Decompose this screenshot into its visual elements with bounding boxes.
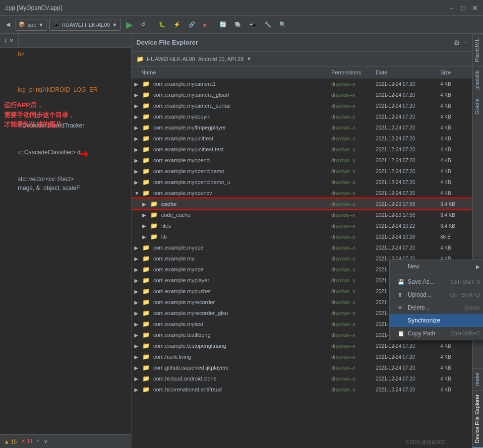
ctx-copy-path[interactable]: 📋 Copy Path Ctrl+Shift+C (390, 327, 483, 340)
expand-arrow-icon[interactable]: ▶ (134, 158, 140, 163)
table-row[interactable]: ▶📁com.example.myffmpegplayerdrwxrwx--x20… (131, 122, 472, 133)
avd-button[interactable]: 📲 (246, 18, 259, 31)
expand-arrow-icon[interactable]: ▶ (134, 311, 140, 316)
expand-arrow-icon[interactable]: ▶ (134, 136, 140, 141)
file-date-cell: 2021-12-23 17:56 (376, 212, 440, 218)
expand-arrow-icon[interactable]: ▶ (134, 300, 140, 305)
title-bar-left: .cpp [MyOpenCV.app] (4, 4, 62, 11)
table-row[interactable]: ▶📁com.example.mycamera_surfacdrwxrwx--x2… (131, 100, 472, 111)
expand-arrow-icon[interactable]: ▶ (134, 245, 140, 251)
back-button[interactable]: ◀ (3, 18, 13, 31)
expand-arrow-icon[interactable]: ▶ (134, 365, 140, 371)
expand-arrow-icon[interactable]: ▶ (142, 223, 148, 229)
gradle-button[interactable]: 🐘 (232, 18, 244, 31)
table-row[interactable]: ▶📁libdrwxrwx--x2021-12-24 10:2666 B (131, 231, 472, 242)
expand-arrow-icon[interactable]: ▶ (134, 125, 140, 130)
table-row[interactable]: ▶📁com.github.isuperred.ijkplayercdrwxrwx… (131, 362, 472, 373)
expand-arrow-icon[interactable]: ▶ (134, 321, 140, 327)
app-label: app (27, 22, 36, 28)
file-size-cell: 4 KB (440, 158, 470, 163)
expand-arrow-icon[interactable]: ▶ (134, 376, 140, 382)
file-size-cell: 4 KB (440, 343, 470, 349)
sidebar-tab-plantuml[interactable]: PlantUML (473, 34, 483, 66)
sidebar-tab-jclasslib[interactable]: jclasslib (473, 66, 483, 94)
table-row[interactable]: ▶📁cachedrwxrws--x2021-12-23 17:563.4 KB (131, 198, 472, 209)
refresh-button[interactable]: ↺ (138, 18, 148, 31)
debug-button[interactable]: 🐛 (156, 18, 169, 31)
maximize-button[interactable]: □ (459, 4, 467, 12)
expand-arrow-icon[interactable]: ▶ (134, 278, 140, 283)
table-row[interactable]: ▼📁com.example.myopencvdrwxrwx--x2021-12-… (131, 188, 472, 198)
stop-button[interactable]: ■ (200, 18, 210, 31)
expand-arrow-icon[interactable]: ▶ (134, 387, 140, 392)
expand-arrow-icon[interactable]: ▶ (142, 234, 148, 240)
code-line: v::CascadeClassifier> d (18, 148, 129, 157)
table-row[interactable]: ▶📁com.example.myjunittestdrwxrwx--x2021-… (131, 133, 472, 144)
table-row[interactable]: ▶📁filesdrwxrwx--x2021-12-24 10:223.4 KB (131, 220, 472, 231)
file-date-cell: 2021-12-24 10:26 (376, 234, 440, 240)
table-row[interactable]: ▶📁com.example.testopengltriangdrwxrwx--x… (131, 340, 472, 351)
table-row[interactable]: ▶📁com.example.myopencldemo_udrwxrwx--x20… (131, 177, 472, 188)
expand-arrow-icon[interactable]: ▶ (134, 92, 140, 98)
ctx-save-as[interactable]: 💾 Save As... Ctrl+Shift+S (390, 275, 483, 288)
app-selector[interactable]: 📦 app ▼ (15, 19, 47, 31)
sdk-button[interactable]: 🔧 (261, 18, 274, 31)
sync-button[interactable]: 🔄 (217, 18, 230, 31)
ctx-synchronize[interactable]: Synchronize (390, 314, 483, 327)
sidebar-tab-gradle[interactable]: Gradle (473, 94, 483, 119)
table-row[interactable]: ▶📁com.example.mycamera_glsurfdrwxrwx--x2… (131, 89, 472, 100)
file-name-label: com.example.mypusher (153, 288, 211, 294)
expand-arrow-icon[interactable]: ▶ (134, 147, 140, 152)
ctx-delete[interactable]: ✕ Delete... Delete (390, 301, 483, 314)
chevron-down-icon[interactable]: ▼ (246, 56, 251, 62)
expand-arrow-icon[interactable]: ▶ (134, 354, 140, 360)
close-button[interactable]: ✕ (471, 4, 479, 12)
expand-arrow-icon[interactable]: ▶ (134, 332, 140, 338)
expand-arrow-icon[interactable]: ▶ (134, 169, 140, 174)
ctx-upload[interactable]: ⬆ Upload... Ctrl+Shift+O (390, 288, 483, 301)
annotation-overlay: 运行APP后， 需要手动同步这个目录， 才能看到生成的图片 (0, 97, 79, 132)
table-row[interactable]: ▶📁com.example.mydouyindrwxrwx--x2021-12-… (131, 111, 472, 122)
table-row[interactable]: ▶📁com.hicorenational.antifrauddrwxrwx--x… (131, 384, 472, 395)
file-name-cell: ▶📁lib (133, 233, 331, 240)
expand-arrow-icon[interactable]: ▶ (134, 81, 140, 87)
table-row[interactable]: ▶📁com.example.myopencldrwxrwx--x2021-12-… (131, 155, 472, 166)
arrow-icon: ➜ (79, 147, 89, 161)
close-icon[interactable]: ✕ (9, 38, 13, 43)
table-row[interactable]: ▶📁com.hicloud.android.clonedrwxrwx--x202… (131, 373, 472, 384)
device-selector[interactable]: 📱 HUAWEI HLK-AL00 ▼ (49, 19, 121, 31)
expand-arrow-icon[interactable]: ▶ (142, 201, 148, 207)
expand-arrow-icon[interactable]: ▶ (134, 343, 140, 349)
table-row[interactable]: ▶📁com.example.mycamera1drwxrwx--x2021-12… (131, 78, 472, 89)
nav-down-icon[interactable]: ∨ (44, 438, 48, 445)
folder-icon: 📁 (150, 233, 158, 240)
nav-up-icon[interactable]: ^ (37, 439, 39, 445)
editor-tab[interactable]: t ✕ (0, 34, 19, 48)
expand-arrow-icon[interactable]: ▶ (142, 212, 148, 218)
ctx-sync-label: Synchronize (408, 317, 440, 324)
file-name-label: files (161, 223, 171, 229)
table-row[interactable]: ▶📁com.frank.livingdrwxrwx--x2021-12-24 0… (131, 351, 472, 362)
sidebar-tab-make[interactable]: make (473, 368, 483, 390)
attach-button[interactable]: 🔗 (185, 18, 198, 31)
expand-arrow-icon[interactable]: ▶ (134, 289, 140, 294)
hide-button[interactable]: − (463, 39, 467, 47)
run-button[interactable]: ▶ (123, 18, 136, 31)
ctx-new[interactable]: New ▶ (390, 260, 483, 273)
table-row[interactable]: ▶📁code_cachedrwxrws--x2021-12-23 17:563.… (131, 209, 472, 220)
file-name-label: com.hicorenational.antifraud (153, 386, 222, 392)
expand-arrow-icon[interactable]: ▶ (134, 114, 140, 120)
sidebar-tab-dfe[interactable]: Device File Explorer (473, 390, 483, 448)
table-row[interactable]: ▶📁com.example.myopencldemodrwxrwx--x2021… (131, 166, 472, 177)
profile-button[interactable]: ⚡ (171, 18, 183, 31)
settings-button[interactable]: ⚙ (454, 39, 460, 47)
table-row[interactable]: ▶📁com.example.myopedrwxrwx--x2021-12-24 … (131, 242, 472, 253)
search-button[interactable]: 🔍 (276, 18, 289, 31)
expand-arrow-icon[interactable]: ▶ (134, 267, 140, 272)
table-row[interactable]: ▶📁com.example.myjunittest.testdrwxrwx--x… (131, 144, 472, 155)
minimize-button[interactable]: − (447, 4, 455, 12)
expand-arrow-icon[interactable]: ▶ (134, 103, 140, 109)
expand-arrow-icon[interactable]: ▶ (134, 256, 140, 261)
expand-arrow-icon[interactable]: ▼ (134, 191, 140, 196)
expand-arrow-icon[interactable]: ▶ (134, 180, 140, 185)
